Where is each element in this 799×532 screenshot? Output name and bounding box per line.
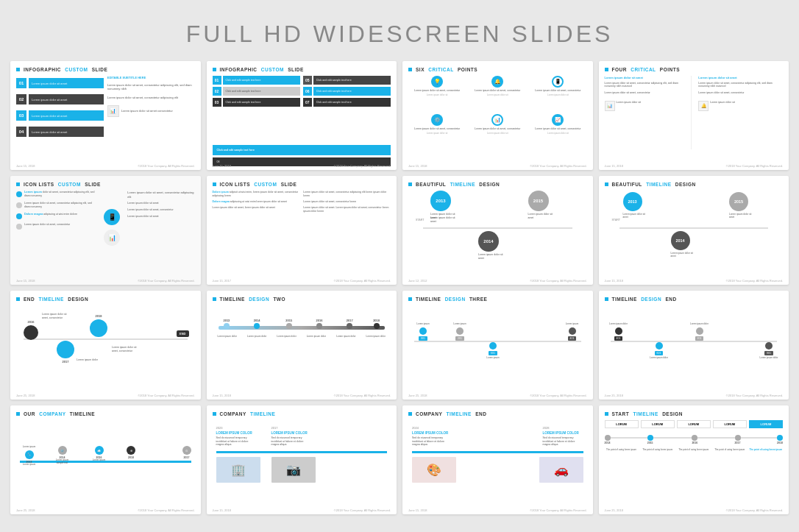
title-marker <box>605 412 608 416</box>
bar-btn-5[interactable]: Click and edit sample text here <box>313 76 391 85</box>
company-tl3-content: 2024 LOREM IPSUM COLOR Sed do eiusmod te… <box>408 420 587 494</box>
infographic-left: 01Lorem ipsum dolor sit amet 02Lorem ips… <box>16 76 104 149</box>
title-marker <box>16 182 20 186</box>
start-timeline-content: LORUM LORUM LORUM LORUM LORUM 2014 2015 <box>605 420 784 494</box>
slide-footer-14: June 15, 2018 ©2018 Your Company. All Ri… <box>213 508 391 512</box>
infographic2-content: 01Click and edit sample text here 02Clic… <box>213 76 391 149</box>
slide-title-3: SIX CRITICAL POINTS <box>408 67 587 72</box>
footer-copy: ©2018 Your Company. All Rights Reserved. <box>138 164 194 168</box>
infographic-content: 01Lorem ipsum dolor sit amet 02Lorem ips… <box>16 76 195 149</box>
timeline-content-8: START 2013 Lorem ipsum dolor sit amet 20… <box>605 191 784 264</box>
slide-card-11[interactable]: TIMELINE DESIGN THREE Lorem ipsum 901 Lo… <box>402 291 593 400</box>
bar-btn-3[interactable]: Click and edit sample text here <box>223 98 300 107</box>
slide-title-1: INFOGRAPHIC CUSTOM SLIDE <box>16 67 195 72</box>
title-marker <box>16 297 20 301</box>
title-marker <box>213 412 216 416</box>
title-marker <box>16 68 20 71</box>
icon-list-content: Lorem ipsum dolor sit amet, consectetur … <box>16 191 195 264</box>
timeline-content-7: START 2013 Lorem ipsum dolor sit amet 20… <box>408 191 587 264</box>
slide-card-5[interactable]: ICON LISTS CUSTOM SLIDE Lorem ipsum dolo… <box>10 176 201 285</box>
footer-date: June 15, 2018 <box>16 164 35 168</box>
icon-list2-content: Dolore ipsum adipisit ut wisi enim, lore… <box>213 191 391 264</box>
title-marker <box>213 68 216 71</box>
slide-card-16[interactable]: START TIMELINE DESIGN LORUM LORUM LORUM … <box>599 405 789 514</box>
bar-btn-7[interactable]: Click and edit sample text here <box>313 98 391 107</box>
slide-footer-13: June 25, 2018 ©2018 Your Company. All Ri… <box>16 508 195 512</box>
slide-card-1[interactable]: INFOGRAPHIC CUSTOM SLIDE 01Lorem ipsum d… <box>10 61 201 170</box>
slide-title-10: TIMELINE DESIGN TWO <box>213 297 391 302</box>
slide-footer-2: June 15, 2018 ©2018 Your Company. All Ri… <box>213 164 391 168</box>
slide-card-7[interactable]: BEAUTIFUL TIMELINE DESIGN START 2013 Lor… <box>402 176 593 285</box>
slide-title-4: FOUR CRITICAL POINTS <box>605 67 784 72</box>
slide-card-4[interactable]: FOUR CRITICAL POINTS Lorem ipsum dolor s… <box>599 61 789 170</box>
slide-footer-12: June 25, 2018 ©2018 Your Company. All Ri… <box>605 394 784 397</box>
slide-title-7: BEAUTIFUL TIMELINE DESIGN <box>408 182 587 187</box>
title-marker <box>408 297 412 301</box>
slide-footer-11: June 25, 2018 ©2018 Your Company. All Ri… <box>408 394 587 397</box>
title-marker <box>213 297 216 301</box>
slide-footer-7: June 12, 2012 ©2018 Your Company. All Ri… <box>408 279 587 283</box>
slide-card-3[interactable]: SIX CRITICAL POINTS 💡 Lorem ipsum dolor … <box>402 61 593 170</box>
tl2-content: 2013 2014 2015 2016 2017 2018 Lorem ipsu… <box>213 305 391 379</box>
slides-grid: INFOGRAPHIC CUSTOM SLIDE 01Lorem ipsum d… <box>0 61 799 525</box>
four-points-grid: Lorem ipsum dolor sit amet Lorem ipsum d… <box>605 76 784 149</box>
slide-footer-4: June 15, 2018 ©2018 Your Company. All Ri… <box>605 164 784 168</box>
slide-title-14: COMPANY TIMELINE <box>213 411 391 416</box>
slide-footer-1: June 15, 2018 ©2018 Your Company. All Ri… <box>16 164 195 168</box>
slide-card-2[interactable]: INFOGRAPHIC CUSTOM SLIDE 01Click and edi… <box>207 61 397 170</box>
title-marker <box>605 297 608 301</box>
title-marker <box>16 412 20 416</box>
slide-title-16: START TIMELINE DESIGN <box>605 411 784 416</box>
tl3-content: Lorem ipsum 901 Lorem ipsum 201 601 Lore… <box>408 305 587 379</box>
slide-footer-8: June 15, 2018 ©2018 Your Company. All Ri… <box>605 279 784 283</box>
slide-card-9[interactable]: END TIMELINE DESIGN 2016 2018 END 2017 L… <box>10 291 201 400</box>
slide-footer-3: June 15, 2018 ©2018 Your Company. All Ri… <box>408 164 587 168</box>
bar-btn-6[interactable]: Click and edit sample text here <box>313 87 391 96</box>
title-marker <box>408 182 412 186</box>
title-marker <box>605 182 608 186</box>
slide-title-9: END TIMELINE DESIGN <box>16 297 195 302</box>
slide-footer-5: June 15, 2018 ©2018 Your Company. All Ri… <box>16 279 195 283</box>
slide-card-10[interactable]: TIMELINE DESIGN TWO 2013 2014 2015 2016 … <box>207 291 397 400</box>
slide-title-15: COMPANY TIMELINE END <box>408 411 587 416</box>
slide-footer-15: June 15, 2018 ©2018 Your Company. All Ri… <box>408 508 587 512</box>
infographic-right: EDITABLE SUBTITLE HERE Lorem ipsum dolor… <box>107 76 195 149</box>
bar-btn-2[interactable]: Click and edit sample text here <box>223 87 300 96</box>
slide-footer-10: June 15, 2018 ©2018 Your Company. All Ri… <box>213 394 391 397</box>
slide-card-14[interactable]: COMPANY TIMELINE 2023 LOREM IPSUM COLOR … <box>207 405 397 514</box>
title-marker <box>408 68 412 71</box>
slide-card-13[interactable]: OUR COMPANY TIMELINE Lorem ipsum 🔧 2012 … <box>10 405 201 514</box>
slide-card-15[interactable]: COMPANY TIMELINE END 2024 LOREM IPSUM CO… <box>402 405 593 514</box>
title-marker <box>408 412 412 416</box>
slide-title-12: TIMELINE DESIGN END <box>605 297 784 302</box>
slide-title-6: ICON LISTS CUSTOM SLIDE <box>213 182 391 187</box>
timeline-end-content: Lorem ipsum dolor 401 601 Lorem ipsum do… <box>605 305 784 379</box>
company-tl-content: Lorem ipsum 🔧 2012 Lorem ipsum ⚙️ 2014 L… <box>16 420 195 494</box>
slide-title-8: BEAUTIFUL TIMELINE DESIGN <box>605 182 784 187</box>
page-title: FULL HD WIDESCREEN SLIDES <box>0 0 799 61</box>
slide-title-11: TIMELINE DESIGN THREE <box>408 297 587 302</box>
bar-btn-1[interactable]: Click and edit sample text here <box>223 76 300 85</box>
title-marker <box>605 68 608 71</box>
title-marker <box>213 182 216 186</box>
slide-footer-16: June 25, 2018 ©2018 Your Company. All Ri… <box>605 508 784 512</box>
slide-card-12[interactable]: TIMELINE DESIGN END Lorem ipsum dolor 40… <box>599 291 789 400</box>
slide-footer-9: June 25, 2018 ©2018 Your Company. All Ri… <box>16 394 195 397</box>
slide-card-6[interactable]: ICON LISTS CUSTOM SLIDE Dolore ipsum adi… <box>207 176 397 285</box>
six-points-grid: 💡 Lorem ipsum dolor sit amet, consectetu… <box>408 76 587 149</box>
slide-footer-6: June 15, 2017 ©2018 Your Company. All Ri… <box>213 279 391 283</box>
slide-title-13: OUR COMPANY TIMELINE <box>16 411 195 416</box>
slide-title-5: ICON LISTS CUSTOM SLIDE <box>16 182 195 187</box>
company-tl2-content: 2023 LOREM IPSUM COLOR Sed do eiusmod te… <box>213 420 391 494</box>
slide-card-8[interactable]: BEAUTIFUL TIMELINE DESIGN START 2013 Lor… <box>599 176 789 285</box>
end-timeline-content: 2016 2018 END 2017 Lorem ipsum dolor sit… <box>16 305 195 379</box>
slide-title-2: INFOGRAPHIC CUSTOM SLIDE <box>213 67 391 72</box>
